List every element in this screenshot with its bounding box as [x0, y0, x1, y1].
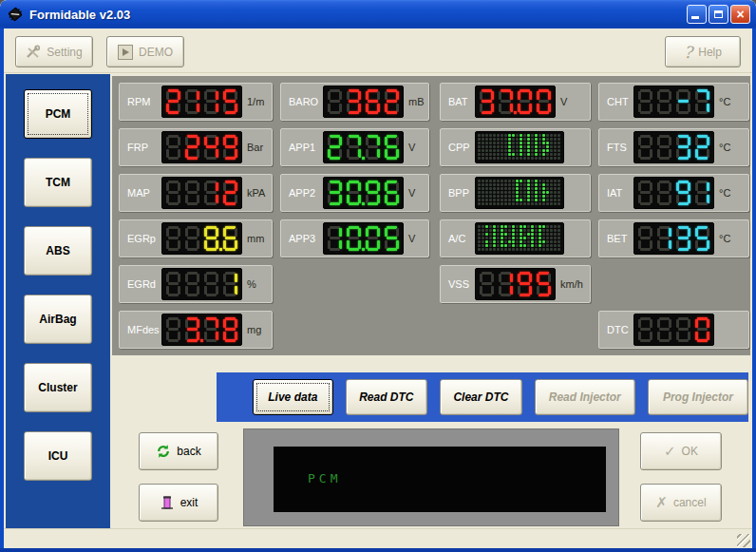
prog-injector-button[interactable]: Prog Injector — [648, 379, 748, 415]
gauge-label: APP1 — [281, 142, 323, 153]
seven-segment-display — [161, 222, 242, 255]
seven-segment-display — [633, 86, 714, 118]
help-label: Help — [698, 46, 722, 59]
gauge-label: MAP — [120, 187, 161, 199]
sidebar-item-abs[interactable]: ABS — [24, 226, 92, 276]
window-border-left — [0, 29, 4, 552]
minimize-button[interactable] — [687, 5, 707, 24]
read-injector-button[interactable]: Read Injector — [535, 379, 635, 415]
refresh-icon — [156, 444, 171, 459]
gauge-bat: BATV — [440, 83, 591, 121]
read-dtc-button[interactable]: Read DTC — [346, 379, 428, 415]
gauge-label: BPP — [441, 187, 475, 199]
sidebar-item-pcm[interactable]: PCM — [24, 89, 92, 139]
demo-label: DEMO — [139, 46, 173, 59]
gauge-map: MAPkPA — [119, 174, 273, 212]
close-button[interactable]: × — [730, 5, 750, 24]
gauge-label: BARO — [281, 96, 323, 107]
tools-icon — [26, 45, 41, 60]
gauge-a-c: A/C — [440, 219, 591, 257]
action-button-label: Prog Injector — [663, 390, 733, 404]
exit-button[interactable]: exit — [139, 484, 218, 522]
gauge-unit: V — [408, 142, 415, 153]
x-icon: ✗ — [655, 494, 668, 511]
gauge-label: BAT — [441, 96, 475, 107]
gauge-label: FRP — [120, 142, 161, 153]
gauge-unit: V — [560, 96, 567, 107]
title-bar[interactable]: Formidable v2.03 × — [0, 0, 756, 29]
gauge-bet: BET°C — [598, 219, 749, 257]
gauge-app2: APP2V — [280, 174, 429, 212]
seven-segment-display — [323, 222, 404, 255]
action-button-label: Live data — [268, 390, 317, 404]
sidebar-item-cluster[interactable]: Cluster — [24, 363, 92, 412]
gauge-unit: 1/m — [247, 96, 264, 107]
gauge-label: MFdes — [120, 324, 161, 335]
gauge-mfdes: MFdesmg — [119, 311, 273, 349]
seven-segment-display — [475, 86, 556, 118]
seven-segment-display — [633, 131, 714, 163]
gauge-cpp: CPP — [440, 128, 591, 166]
gauge-label: CHT — [599, 96, 633, 107]
gauge-label: IAT — [599, 187, 633, 199]
exit-label: exit — [180, 496, 198, 509]
seven-segment-display — [475, 268, 556, 300]
gauge-label: FTS — [599, 142, 633, 153]
dot-matrix-display — [475, 131, 564, 163]
sidebar-item-label: Cluster — [38, 381, 77, 394]
minimize-icon — [691, 16, 699, 19]
sidebar-item-label: ABS — [46, 244, 69, 257]
help-button[interactable]: ? Help — [665, 36, 741, 67]
window-border-right — [752, 29, 756, 552]
gauge-egrp: EGRpmm — [119, 219, 273, 257]
seven-segment-display — [323, 131, 404, 163]
gauge-unit: mm — [247, 233, 264, 244]
gauge-unit: km/h — [560, 278, 583, 290]
gauge-egrd: EGRd% — [119, 265, 273, 303]
live-data-button[interactable]: Live data — [253, 379, 333, 415]
gauge-unit: mB — [408, 96, 425, 107]
seven-segment-display — [323, 177, 404, 209]
clear-dtc-button[interactable]: Clear DTC — [440, 379, 522, 415]
gauge-panel: RPM1/mFRPBarMAPkPAEGRpmmEGRd%MFdesmgBARO… — [112, 76, 750, 355]
sidebar-item-icu[interactable]: ICU — [24, 431, 92, 481]
gauge-unit: °C — [719, 142, 730, 153]
gauge-unit: kPA — [247, 187, 265, 199]
seven-segment-display — [633, 222, 714, 255]
window-border-bottom — [0, 548, 756, 552]
gauge-rpm: RPM1/m — [119, 83, 273, 121]
gauge-label: A/C — [441, 233, 475, 244]
gauge-unit: V — [408, 187, 415, 199]
gauge-baro: BAROmB — [280, 83, 429, 121]
resize-grip[interactable] — [737, 534, 750, 547]
ok-label: OK — [682, 445, 698, 458]
setting-button[interactable]: Setting — [15, 36, 93, 67]
seven-segment-display — [161, 268, 242, 300]
ok-button[interactable]: ✓ OK — [640, 432, 722, 470]
sidebar-item-label: TCM — [46, 176, 70, 189]
demo-button[interactable]: DEMO — [106, 36, 184, 67]
action-button-label: Read DTC — [359, 390, 413, 404]
gauge-dtc: DTC — [598, 311, 749, 349]
back-button[interactable]: back — [139, 432, 218, 470]
sidebar-item-airbag[interactable]: AirBag — [24, 295, 92, 344]
sidebar-item-tcm[interactable]: TCM — [24, 158, 92, 207]
seven-segment-display — [633, 177, 714, 209]
seven-segment-display — [633, 314, 714, 346]
gauge-unit: Bar — [247, 142, 263, 153]
app-window: Formidable v2.03 × Setting DEMO ? Help P… — [0, 0, 756, 552]
gauge-label: VSS — [441, 278, 475, 290]
sidebar-item-label: AirBag — [39, 313, 76, 326]
seven-segment-display — [161, 314, 242, 346]
window-title: Formidable v2.03 — [29, 8, 130, 22]
lcd-text: PCM — [308, 471, 341, 485]
maximize-button[interactable] — [709, 5, 728, 24]
action-button-label: Clear DTC — [453, 390, 508, 404]
status-bar — [4, 528, 752, 549]
cancel-button[interactable]: ✗ cancel — [640, 484, 722, 522]
gauge-unit: mg — [247, 324, 261, 335]
gauge-bpp: BPP — [440, 174, 591, 212]
close-icon: × — [736, 8, 744, 21]
seven-segment-display — [323, 86, 404, 118]
lcd-screen: PCM — [274, 447, 606, 512]
